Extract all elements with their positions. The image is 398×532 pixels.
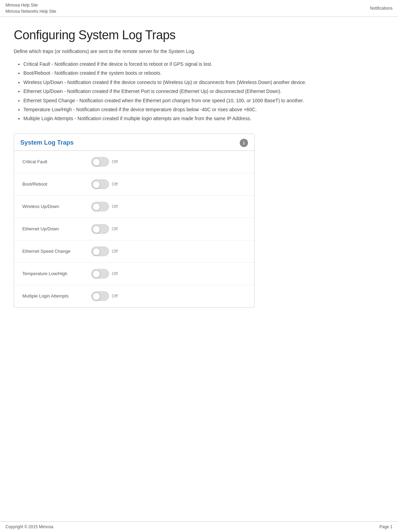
- footer-page: Page 1: [379, 524, 392, 529]
- footer-copyright: Copyright © 2015 Mimosa: [6, 524, 53, 529]
- card-header: System Log Traps i: [14, 134, 254, 151]
- toggle-track: [91, 157, 109, 167]
- trap-label: Wireless Up/Down: [22, 204, 91, 209]
- toggle-container: Off: [91, 202, 118, 211]
- toggle-thumb: [93, 203, 100, 211]
- trap-row: Ethernet Up/DownOff: [14, 218, 254, 240]
- toggle-state-label: Off: [112, 159, 118, 164]
- toggle-switch-ethernet-speed-change[interactable]: [91, 247, 109, 256]
- card-body: Critical FaultOffBoot/RebootOffWireless …: [14, 151, 254, 307]
- trap-label: Multiple Login Attempts: [22, 293, 91, 299]
- page-title: Configuring System Log Traps: [14, 28, 384, 42]
- toggle-container: Off: [91, 179, 118, 189]
- trap-label: Critical Fault: [22, 159, 91, 164]
- toggle-state-label: Off: [112, 293, 118, 299]
- trap-row: Ethernet Speed ChangeOff: [14, 240, 254, 263]
- toggle-switch-ethernet-up/down[interactable]: [91, 224, 109, 234]
- trap-row: Wireless Up/DownOff: [14, 196, 254, 218]
- info-icon[interactable]: i: [240, 139, 248, 147]
- page-footer: Copyright © 2015 Mimosa Page 1: [0, 521, 398, 532]
- toggle-thumb: [93, 293, 100, 300]
- toggle-switch-wireless-up/down[interactable]: [91, 202, 109, 211]
- trap-row: Multiple Login AttemptsOff: [14, 285, 254, 307]
- list-item: Multiple Login Attempts - Notification c…: [23, 115, 384, 122]
- toggle-track: [91, 179, 109, 189]
- trap-label: Ethernet Speed Change: [22, 249, 91, 254]
- toggle-switch-critical-fault[interactable]: [91, 157, 109, 167]
- toggle-container: Off: [91, 291, 118, 301]
- feature-list: Critical Fault - Notification created if…: [14, 60, 384, 123]
- toggle-container: Off: [91, 224, 118, 234]
- toggle-track: [91, 291, 109, 301]
- list-item: Wireless Up/Down - Notification created …: [23, 79, 384, 86]
- card-title: System Log Traps: [20, 139, 74, 146]
- toggle-state-label: Off: [112, 226, 118, 231]
- toggle-thumb: [93, 226, 100, 233]
- trap-label: Temperature Low/High: [22, 271, 91, 276]
- toggle-thumb: [93, 248, 100, 255]
- toggle-switch-temperature-low/high[interactable]: [91, 269, 109, 279]
- toggle-thumb: [93, 181, 100, 188]
- trap-label: Boot/Reboot: [22, 181, 91, 187]
- toggle-track: [91, 269, 109, 279]
- trap-row: Boot/RebootOff: [14, 173, 254, 196]
- trap-label: Ethernet Up/Down: [22, 226, 91, 231]
- trap-row: Critical FaultOff: [14, 151, 254, 173]
- toggle-thumb: [93, 270, 100, 278]
- toggle-track: [91, 224, 109, 234]
- main-content: Configuring System Log Traps Define whic…: [0, 17, 398, 521]
- toggle-container: Off: [91, 269, 118, 279]
- page-header: Mimosa Help Site Mimosa Networks Help Si…: [0, 0, 398, 17]
- toggle-container: Off: [91, 157, 118, 167]
- site-name: Mimosa Help Site: [6, 2, 56, 8]
- list-item: Ethernet Speed Change - Notification cre…: [23, 97, 384, 104]
- toggle-track: [91, 202, 109, 211]
- toggle-state-label: Off: [112, 249, 118, 254]
- header-section: Notifications: [370, 6, 392, 11]
- list-item: Boot/Reboot - Notification created if th…: [23, 69, 384, 77]
- header-branding: Mimosa Help Site Mimosa Networks Help Si…: [6, 2, 56, 14]
- network-name: Mimosa Networks Help Site: [6, 8, 56, 14]
- toggle-track: [91, 247, 109, 256]
- toggle-container: Off: [91, 247, 118, 256]
- toggle-state-label: Off: [112, 271, 118, 276]
- list-item: Critical Fault - Notification created if…: [23, 60, 384, 68]
- toggle-state-label: Off: [112, 181, 118, 187]
- toggle-thumb: [93, 158, 100, 166]
- system-log-traps-card: System Log Traps i Critical FaultOffBoot…: [14, 134, 255, 307]
- list-item: Temperature Low/High - Notification crea…: [23, 106, 384, 113]
- toggle-switch-boot/reboot[interactable]: [91, 179, 109, 189]
- intro-text: Define which traps (or notifications) ar…: [14, 49, 384, 54]
- toggle-state-label: Off: [112, 204, 118, 209]
- list-item: Ethernet Up/Down - Notification created …: [23, 87, 384, 95]
- trap-row: Temperature Low/HighOff: [14, 263, 254, 285]
- toggle-switch-multiple-login-attempts[interactable]: [91, 291, 109, 301]
